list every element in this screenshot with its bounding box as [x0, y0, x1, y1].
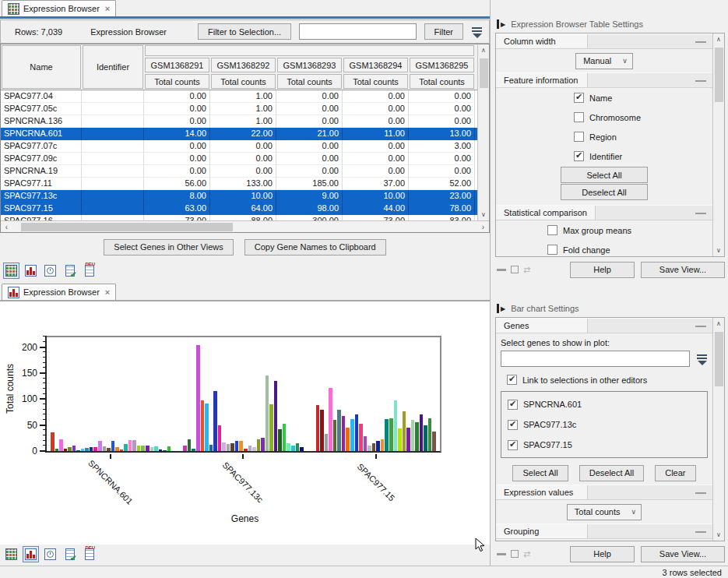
- table-row[interactable]: SPNCRNA.60114.0022.0021.0011.0013.00: [1, 128, 477, 140]
- table-row[interactable]: SPAC977.040.001.000.000.000.00: [1, 90, 477, 103]
- minimize-icon[interactable]: [497, 553, 506, 555]
- group-expression-values[interactable]: Expression values: [496, 485, 712, 500]
- minimize-icon[interactable]: [497, 269, 506, 271]
- deu-report-view-button[interactable]: DEU: [81, 263, 97, 279]
- help-button[interactable]: Help: [570, 546, 635, 562]
- gene-search-input[interactable]: [501, 351, 690, 367]
- close-icon[interactable]: ×: [105, 287, 110, 297]
- save-view-button[interactable]: Save View...: [641, 262, 725, 278]
- table-view-button[interactable]: [3, 546, 19, 562]
- scroll-down-arrow[interactable]: [478, 209, 489, 220]
- gene-list-item[interactable]: SPAC977.13c: [508, 414, 707, 435]
- element-info-view-button[interactable]: ✔: [62, 546, 78, 562]
- deu-report-view-button[interactable]: DEU: [81, 546, 97, 562]
- collapse-dash-icon[interactable]: [695, 531, 706, 533]
- column-subheader-total-counts[interactable]: Total counts: [410, 74, 474, 89]
- feature-checkbox[interactable]: [574, 112, 584, 122]
- restore-icon[interactable]: [511, 266, 519, 273]
- collapse-dash-icon[interactable]: [695, 213, 706, 214]
- group-feature-information[interactable]: Feature information: [496, 72, 712, 88]
- column-header-name[interactable]: Name: [2, 45, 81, 89]
- column-subheader-total-counts[interactable]: Total counts: [211, 74, 276, 89]
- tab-expression-browser-table[interactable]: Expression Browser ×: [2, 0, 116, 16]
- close-icon[interactable]: ×: [105, 4, 110, 13]
- scroll-left-arrow[interactable]: [1, 221, 12, 232]
- filter-input[interactable]: [299, 23, 416, 40]
- filter-options-icon[interactable]: [696, 353, 708, 365]
- help-button[interactable]: Help: [570, 262, 635, 278]
- feature-checkbox[interactable]: [574, 132, 584, 142]
- save-view-button[interactable]: Save View...: [641, 546, 725, 562]
- gene-list-item[interactable]: SPNCRNA.601: [508, 394, 707, 414]
- column-header-identifier[interactable]: Identifier: [83, 45, 143, 89]
- statistical-checkbox[interactable]: [547, 225, 557, 235]
- vertical-scroll-thumb[interactable]: [715, 48, 723, 102]
- table-row[interactable]: SPAC977.05c0.001.000.000.000.00: [1, 103, 477, 115]
- group-column-width[interactable]: Column width: [496, 33, 712, 49]
- bar-chart-view-button[interactable]: [23, 546, 39, 562]
- collapse-dash-icon[interactable]: [695, 326, 706, 327]
- collapse-dash-icon[interactable]: [695, 80, 706, 82]
- statistical-checkbox[interactable]: [547, 245, 557, 255]
- column-header-sample[interactable]: GSM1368291: [145, 58, 209, 72]
- scroll-down-arrow[interactable]: [713, 529, 724, 541]
- settings-header[interactable]: Expression Browser Table Settings: [495, 16, 725, 33]
- column-width-dropdown[interactable]: Manual: [575, 53, 633, 69]
- gene-checkbox[interactable]: [508, 400, 518, 410]
- column-subheader-total-counts[interactable]: Total counts: [277, 74, 342, 89]
- column-subheader-total-counts[interactable]: Total counts: [343, 74, 408, 89]
- scroll-right-arrow[interactable]: [477, 221, 489, 232]
- feature-checkbox[interactable]: [574, 151, 584, 161]
- horizontal-scroll-thumb[interactable]: [21, 223, 233, 231]
- filter-options-icon[interactable]: [471, 26, 483, 38]
- bar-chart-view-button[interactable]: [23, 263, 39, 279]
- table-row[interactable]: SPAC977.07c0.000.000.000.003.00: [1, 140, 477, 153]
- group-genes[interactable]: Genes: [496, 318, 712, 333]
- column-header-sample[interactable]: GSM1368294: [343, 58, 408, 72]
- gene-list-item[interactable]: SPAC977.15: [508, 435, 707, 455]
- history-view-button[interactable]: [42, 546, 58, 562]
- scroll-up-arrow[interactable]: [713, 33, 724, 45]
- scroll-down-arrow[interactable]: [713, 245, 724, 256]
- column-subheader-total-counts[interactable]: Total counts: [145, 74, 209, 89]
- table-view-button[interactable]: [3, 263, 19, 279]
- feature-checkbox[interactable]: [574, 93, 584, 103]
- gene-checkbox[interactable]: [508, 440, 518, 450]
- history-view-button[interactable]: [42, 263, 58, 279]
- table-row[interactable]: SPAC977.1673.0088.00300.0073.0083.00: [1, 215, 477, 220]
- settings-header[interactable]: Bar chart Settings: [495, 300, 725, 317]
- table-row[interactable]: SPNCRNA.190.000.000.000.000.00: [1, 165, 477, 178]
- vertical-scroll-thumb[interactable]: [480, 58, 488, 88]
- table-row[interactable]: SPAC977.09c0.000.000.000.000.00: [1, 153, 477, 165]
- select-all-button[interactable]: Select All: [561, 167, 648, 183]
- element-info-view-button[interactable]: ✔: [62, 263, 78, 279]
- collapse-dash-icon[interactable]: [695, 41, 706, 43]
- expression-values-dropdown[interactable]: Total counts: [567, 504, 642, 520]
- table-row[interactable]: SPNCRNA.1360.001.000.000.000.00: [1, 115, 477, 128]
- scroll-up-arrow[interactable]: [713, 318, 724, 330]
- column-header-sample[interactable]: GSM1368293: [277, 58, 342, 72]
- collapse-dash-icon[interactable]: [695, 492, 706, 494]
- scroll-up-arrow[interactable]: [478, 44, 489, 56]
- group-statistical-comparison[interactable]: Statistical comparison: [496, 205, 712, 220]
- column-header-sample[interactable]: GSM1368292: [211, 58, 276, 72]
- dock-icon[interactable]: [523, 266, 530, 273]
- table-row[interactable]: SPAC977.1563.0064.0098.0044.0078.00: [1, 203, 477, 215]
- filter-to-selection-button[interactable]: Filter to Selection...: [198, 23, 291, 40]
- select-all-button[interactable]: Select All: [512, 465, 568, 481]
- link-selections-checkbox[interactable]: [507, 375, 517, 385]
- vertical-scroll-thumb[interactable]: [715, 332, 723, 386]
- group-grouping[interactable]: Grouping: [496, 523, 712, 539]
- column-header-sample[interactable]: GSM1368295: [410, 58, 474, 72]
- select-genes-other-views-button[interactable]: Select Genes in Other Views: [104, 239, 233, 256]
- restore-icon[interactable]: [511, 550, 519, 558]
- clear-button[interactable]: Clear: [655, 465, 695, 481]
- deselect-all-button[interactable]: Deselect All: [561, 184, 648, 200]
- tab-expression-browser-chart[interactable]: Expression Browser ×: [2, 284, 116, 300]
- table-row[interactable]: SPAC977.1156.00133.00185.0037.0052.00: [1, 178, 477, 190]
- dock-icon[interactable]: [523, 550, 530, 558]
- filter-button[interactable]: Filter: [424, 23, 463, 40]
- gene-checkbox[interactable]: [508, 420, 518, 430]
- deselect-all-button[interactable]: Deselect All: [579, 465, 644, 481]
- copy-gene-names-button[interactable]: Copy Gene Names to Clipboard: [244, 239, 386, 256]
